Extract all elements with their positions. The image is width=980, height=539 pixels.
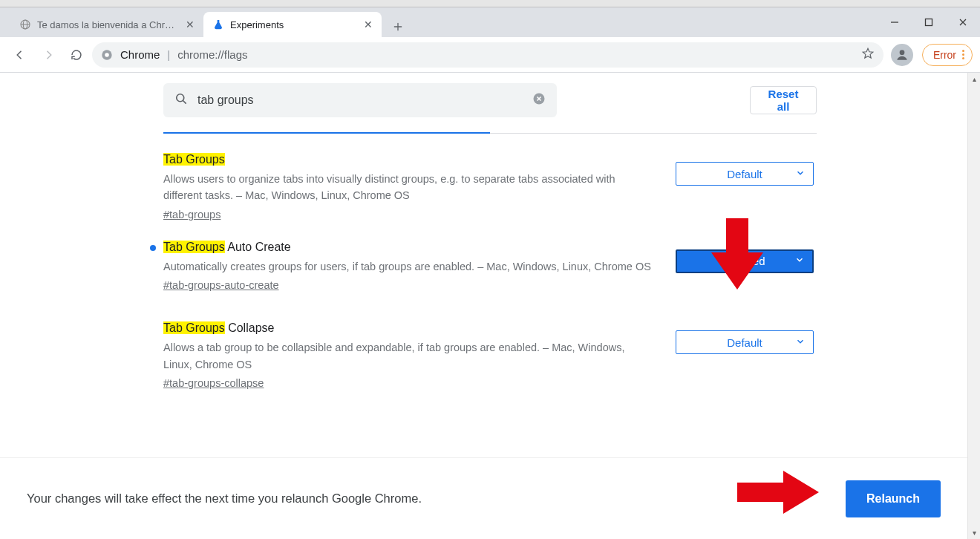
forward-button[interactable] (36, 42, 61, 68)
error-label: Error (933, 49, 956, 61)
minimize-button[interactable] (878, 7, 912, 37)
flag-description: Allows users to organize tabs into visua… (163, 171, 653, 204)
close-window-button[interactable] (946, 7, 980, 37)
tab-strip: Te damos la bienvenida a Chrome ✕ Experi… (0, 7, 980, 37)
flags-search-input[interactable]: tab groups (163, 83, 557, 117)
tab-title: Te damos la bienvenida a Chrome (37, 19, 178, 30)
chevron-down-icon (795, 336, 806, 349)
tabs-underline (163, 132, 817, 134)
svg-rect-4 (926, 19, 932, 26)
scroll-down-button[interactable]: ▾ (968, 526, 980, 539)
flag-description: Allows a tab group to be collapsible and… (163, 339, 653, 373)
flag-title: Tab Groups (163, 153, 653, 166)
search-icon (174, 91, 189, 109)
search-value: tab groups (197, 94, 532, 107)
maximize-button[interactable] (912, 7, 946, 37)
omnibox-sep: | (167, 48, 170, 61)
svg-point-6 (105, 53, 109, 57)
flag-entry: Tab Groups Collapse Allows a tab group t… (163, 292, 817, 390)
menu-dots-icon (962, 50, 964, 59)
vertical-scrollbar[interactable]: ▴ ▾ (967, 73, 980, 539)
window-controls (878, 7, 980, 37)
window-titlebar (0, 0, 980, 7)
annotation-arrow-down (711, 218, 763, 290)
close-icon[interactable]: ✕ (184, 19, 196, 30)
tab-active[interactable]: Experiments ✕ (203, 12, 382, 37)
back-button[interactable] (7, 42, 33, 68)
flag-select[interactable]: Default (676, 162, 814, 186)
scroll-up-button[interactable]: ▴ (968, 73, 980, 85)
tab-inactive[interactable]: Te damos la bienvenida a Chrome ✕ (10, 12, 203, 37)
omnibox-host: Chrome (120, 48, 160, 61)
profile-avatar[interactable] (891, 44, 913, 66)
page-viewport: tab groups Reset all Tab Groups Allows u… (0, 73, 980, 539)
reload-button[interactable] (64, 42, 89, 68)
globe-icon (19, 19, 31, 30)
relaunch-footer: Your changes will take effect the next t… (0, 457, 967, 539)
chrome-icon (101, 49, 113, 61)
close-icon[interactable]: ✕ (362, 19, 374, 30)
flag-anchor-link[interactable]: #tab-groups-auto-create (163, 279, 279, 291)
flag-select[interactable]: Default (676, 330, 814, 354)
flag-title: Tab Groups Collapse (163, 321, 653, 335)
flag-select-value: Default (727, 168, 762, 180)
browser-toolbar: Chrome | chrome://flags Error (0, 37, 980, 73)
svg-point-8 (177, 94, 184, 102)
omnibox[interactable]: Chrome | chrome://flags (92, 42, 883, 68)
new-tab-button[interactable] (388, 16, 408, 37)
annotation-arrow-right (737, 471, 819, 517)
flag-anchor-link[interactable]: #tab-groups-collapse (163, 377, 264, 389)
reset-all-button[interactable]: Reset all (750, 86, 817, 114)
omnibox-path: chrome://flags (177, 48, 247, 61)
relaunch-button[interactable]: Relaunch (846, 480, 941, 517)
svg-point-7 (900, 50, 905, 55)
error-pill[interactable]: Error (922, 44, 973, 66)
flag-anchor-link[interactable]: #tab-groups (163, 209, 220, 220)
page-content: tab groups Reset all Tab Groups Allows u… (0, 73, 980, 539)
modified-dot-icon (150, 245, 156, 251)
chevron-down-icon (794, 255, 805, 267)
footer-message: Your changes will take effect the next t… (27, 491, 422, 506)
flag-description: Automatically creates groups for users, … (163, 258, 653, 275)
flag-entry: Tab Groups Allows users to organize tabs… (163, 134, 817, 221)
flag-title: Tab Groups Auto Create (163, 241, 653, 254)
tab-title: Experiments (230, 19, 356, 30)
flask-icon (212, 19, 224, 30)
chevron-down-icon (795, 168, 806, 180)
flag-select-value: Default (727, 336, 762, 349)
clear-search-icon[interactable] (532, 91, 546, 109)
svg-line-9 (183, 101, 186, 104)
bookmark-star-icon[interactable] (861, 47, 875, 62)
